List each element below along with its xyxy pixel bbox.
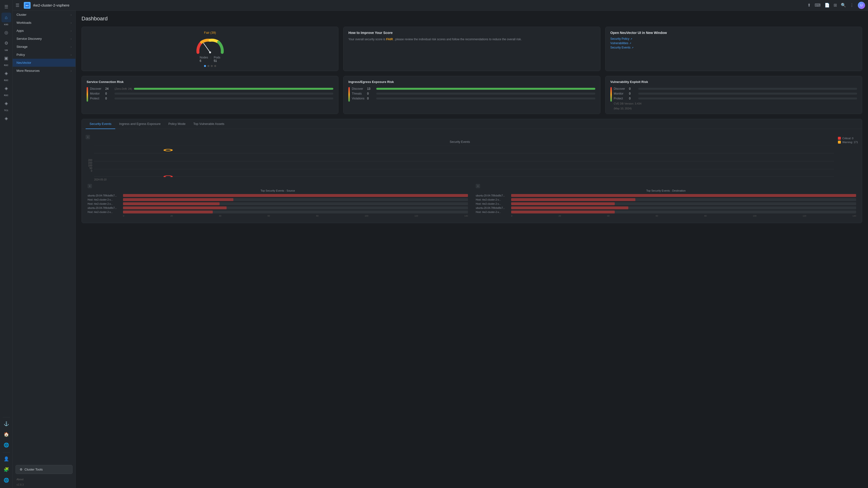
r2c-rail-icon-1[interactable]: ◈ bbox=[1, 68, 11, 78]
sidebar-item-neuvector[interactable]: NeuVector bbox=[12, 59, 75, 67]
source-bar-chart: i Top Security Events - Source ubuntu-20… bbox=[86, 180, 470, 219]
vuln-risk-row-discover: Discover 0 bbox=[614, 87, 857, 91]
version-text: v2.8.3 bbox=[12, 483, 75, 488]
terminal-icon[interactable]: ⌨ bbox=[815, 3, 821, 8]
k8s-rail-icon[interactable]: ◎ bbox=[1, 28, 11, 37]
topbar-title: rke2-cluster-2-vsphere bbox=[33, 3, 69, 7]
r2c-badge-1: R2C bbox=[4, 64, 8, 66]
dest-bar-row-2: Host: rke2-cluster-2-v... bbox=[476, 198, 856, 201]
improve-title: How to Improve Your Score bbox=[348, 31, 595, 35]
user-avatar[interactable]: U bbox=[858, 2, 865, 9]
page-title: Dashboard bbox=[82, 15, 862, 22]
ingress-egress-risk-title: Ingress/Egress Exposure Risk bbox=[348, 80, 595, 84]
risk-row-monitor: Monitor 0 bbox=[90, 92, 333, 95]
r2c-badge-3: R2C bbox=[4, 94, 8, 97]
house-rail-icon[interactable]: 🏠 bbox=[1, 429, 11, 439]
vulnerability-risk-card: Vulnerability Exploit Risk Discover 0 Mo… bbox=[605, 76, 862, 114]
dashboard-top-row: Fair (39) bbox=[82, 27, 862, 71]
tab-top-vulnerable[interactable]: Top Vulnerable Assets bbox=[189, 119, 228, 129]
vulnerabilities-link[interactable]: Vulnerabilities ↗ bbox=[610, 41, 857, 45]
svg-text:NV: NV bbox=[26, 4, 29, 7]
ie-risk-row-threats: Threats 0 bbox=[352, 92, 595, 95]
sidebar-item-policy[interactable]: Policy › bbox=[12, 51, 75, 59]
copy-icon[interactable]: ⊞ bbox=[834, 3, 837, 8]
globe-rail-icon[interactable]: 🌐 bbox=[1, 476, 11, 485]
open-nv-title: Open NeuVector UI in New Window bbox=[610, 31, 857, 35]
ingress-egress-risk-card: Ingress/Egress Exposure Risk Discover 13… bbox=[343, 76, 600, 114]
tab-security-events[interactable]: Security Events bbox=[86, 119, 115, 129]
line-chart-section: i Security Events 200 150 100 50 0 bbox=[86, 133, 858, 177]
tab-policy-mode[interactable]: Policy Mode bbox=[164, 119, 189, 129]
line-chart-svg bbox=[94, 145, 834, 177]
sidebar-item-cluster[interactable]: Cluster › bbox=[12, 11, 75, 19]
vm-rail-icon[interactable]: ▣ bbox=[1, 53, 11, 63]
chart-title: Security Events bbox=[86, 140, 834, 143]
network-rail-icon[interactable]: 🌐 bbox=[1, 440, 11, 450]
tab-content-security-events: i Security Events 200 150 100 50 0 bbox=[82, 129, 862, 223]
source-chart-title: Top Security Events - Source bbox=[88, 189, 468, 192]
sidebar-item-more-resources[interactable]: More Resources › bbox=[12, 67, 75, 75]
vm-badge: VM bbox=[5, 49, 8, 52]
dest-bar-row-4: ubuntu-20-04-789cbd8c7... bbox=[476, 206, 856, 209]
source-bar-row-4: ubuntu-20-04-789cbd8c7... bbox=[88, 206, 468, 209]
r2c-rail-icon-3[interactable]: ◈ bbox=[1, 98, 11, 108]
source-bar-row-3: Host: rke2-cluster-2-v... bbox=[88, 202, 468, 205]
legend-warning: Warning: 171 bbox=[838, 141, 858, 143]
tabs-header: Security Events Ingress and Egress Expos… bbox=[82, 119, 862, 129]
warning-legend-icon bbox=[838, 141, 841, 143]
gear-icon: ⚙ bbox=[20, 468, 23, 471]
file-icon[interactable]: 📄 bbox=[825, 3, 830, 8]
risk-color-bar bbox=[348, 87, 350, 102]
tc1-rail-icon[interactable]: ◈ bbox=[1, 113, 11, 123]
chart-x-label: 2024-05-10 bbox=[94, 178, 834, 181]
more-icon[interactable]: ⋮ bbox=[850, 3, 854, 8]
home-rail-icon[interactable]: ⌂ bbox=[1, 12, 11, 22]
k8s-badge: K8S bbox=[4, 23, 8, 26]
hamburger-rail-icon[interactable]: ☰ bbox=[1, 2, 11, 12]
risk-row-protect: Protect 0 bbox=[90, 97, 333, 100]
svg-point-3 bbox=[209, 52, 211, 53]
topbar: ☰ NV rke2-cluster-2-vsphere ⬆ ⌨ 📄 ⊞ 🔍 ⋮ … bbox=[12, 0, 868, 11]
source-chart-info-icon: i bbox=[88, 184, 92, 188]
anchor-rail-icon[interactable]: ⚓ bbox=[1, 419, 11, 429]
chart-legend: Critical: 0 Warning: 171 bbox=[834, 133, 858, 177]
security-events-link[interactable]: Security Events ↗ bbox=[610, 46, 857, 49]
r2c-rail-icon-2[interactable]: ◈ bbox=[1, 84, 11, 93]
svg-line-2 bbox=[204, 43, 210, 53]
chevron-right-icon: › bbox=[71, 13, 71, 16]
nodes-pods-info: Nodes 6 | Pods 51 bbox=[200, 56, 220, 63]
main-content: Dashboard Fair (39) bbox=[76, 11, 868, 488]
improve-card: How to Improve Your Score Your overall s… bbox=[343, 27, 600, 71]
cve-version: CVE DB Version: 3.434 bbox=[614, 102, 857, 105]
user-rail-icon[interactable]: 👤 bbox=[1, 454, 11, 464]
r2c-badge-2: R2C bbox=[4, 79, 8, 82]
upload-icon[interactable]: ⬆ bbox=[807, 3, 811, 8]
sidebar-item-workloads[interactable]: Workloads › bbox=[12, 19, 75, 27]
open-nv-links: Security Policy ↗ Vulnerabilities ↗ Secu… bbox=[610, 37, 857, 49]
sidebar-item-apps[interactable]: Apps › bbox=[12, 27, 75, 35]
score-card: Fair (39) bbox=[82, 27, 338, 71]
sidebar-item-service-discovery[interactable]: Service Discovery › bbox=[12, 35, 75, 43]
about-link[interactable]: About bbox=[12, 477, 75, 483]
puzzle-rail-icon[interactable]: 🧩 bbox=[1, 465, 11, 475]
cluster-tools-button[interactable]: ⚙ Cluster Tools bbox=[16, 465, 72, 474]
chevron-right-icon: › bbox=[71, 21, 71, 24]
vuln-risk-row-monitor: Monitor 0 bbox=[614, 92, 857, 95]
improve-text: Your overall security score is FAIR , pl… bbox=[348, 37, 595, 42]
settings-rail-icon[interactable]: ⚙ bbox=[1, 38, 11, 48]
tab-ingress-egress[interactable]: Ingress and Egress Exposure bbox=[115, 119, 164, 129]
tc1-badge: TC1 bbox=[4, 109, 8, 111]
dest-chart-info-icon: i bbox=[476, 184, 480, 188]
search-icon[interactable]: 🔍 bbox=[841, 3, 846, 8]
topbar-logo: NV bbox=[24, 2, 31, 9]
carousel-dots bbox=[87, 65, 333, 67]
source-bar-row-5: Host: rke2-cluster-2-v... bbox=[88, 210, 468, 214]
sidebar-item-storage[interactable]: Storage › bbox=[12, 43, 75, 51]
source-bar-row-2: Host: rke2-cluster-2-v... bbox=[88, 198, 468, 201]
source-bar-row-1: ubuntu-20-04-789cbd8c7... bbox=[88, 194, 468, 197]
dest-bar-row-5: Host: rke2-cluster-2-v... bbox=[476, 210, 856, 214]
vulnerability-risk-title: Vulnerability Exploit Risk bbox=[610, 80, 857, 84]
topbar-hamburger[interactable]: ☰ bbox=[16, 3, 20, 8]
ie-risk-row-violations: Violations 0 bbox=[352, 97, 595, 100]
security-policy-link[interactable]: Security Policy ↗ bbox=[610, 37, 857, 40]
